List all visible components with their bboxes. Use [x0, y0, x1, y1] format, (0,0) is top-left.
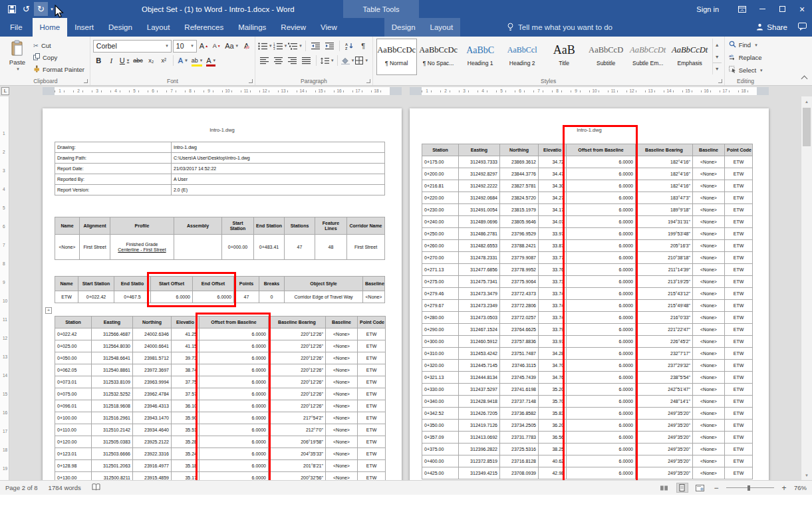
superscript-button[interactable]: x²: [158, 55, 170, 67]
clipboard-dialog-launcher-icon[interactable]: [84, 79, 88, 83]
line-spacing-button[interactable]: ▾: [320, 55, 334, 66]
tab-file[interactable]: File: [0, 18, 33, 37]
shading-button[interactable]: ▾: [341, 55, 354, 66]
minimize-button[interactable]: [752, 0, 772, 18]
vertical-ruler[interactable]: 12345678910111213141516171819: [0, 96, 9, 480]
paste-button[interactable]: Paste ▾: [4, 39, 31, 75]
scroll-down-icon[interactable]: ▼: [801, 470, 812, 480]
tab-home[interactable]: Home: [33, 18, 68, 37]
undo-icon[interactable]: ↺: [19, 2, 33, 16]
share-button[interactable]: Share: [756, 23, 787, 32]
align-left-button[interactable]: [258, 55, 271, 66]
word-count[interactable]: 1784 words: [49, 484, 81, 491]
ribbon-display-options-icon[interactable]: [732, 0, 752, 18]
scroll-up-icon[interactable]: ▲: [801, 96, 812, 106]
tab-insert[interactable]: Insert: [67, 18, 101, 37]
collapse-ribbon-icon[interactable]: [801, 76, 808, 82]
tab-view[interactable]: View: [313, 18, 344, 37]
numbering-button[interactable]: 123 ▾: [273, 40, 287, 52]
styles-more-icon[interactable]: ▼: [713, 63, 722, 74]
underline-button[interactable]: U▾: [118, 55, 130, 67]
read-mode-icon[interactable]: [658, 483, 670, 493]
zoom-slider-thumb[interactable]: [747, 485, 750, 491]
copy-button[interactable]: Copy: [31, 51, 87, 63]
style-subtitle[interactable]: AaBbCcD Subtitle: [586, 39, 626, 75]
multilevel-list-button[interactable]: ▾: [288, 40, 302, 52]
format-painter-button[interactable]: Format Painter: [31, 63, 87, 75]
select-button[interactable]: Select▾: [728, 64, 764, 76]
align-right-button[interactable]: [286, 55, 299, 66]
print-layout-icon[interactable]: [676, 483, 688, 493]
maximize-button[interactable]: [772, 0, 792, 18]
select-label: Select: [739, 66, 756, 74]
save-icon[interactable]: [5, 2, 19, 16]
italic-button[interactable]: I: [106, 55, 117, 67]
style-normal[interactable]: AaBbCcDc ¶ Normal: [376, 39, 417, 75]
vertical-scrollbar[interactable]: ▲ ▼: [801, 96, 812, 480]
redo-icon[interactable]: ↻: [34, 2, 48, 16]
page-indicator[interactable]: Page 2 of 8: [5, 484, 38, 491]
table-move-handle[interactable]: +: [45, 307, 52, 314]
style-heading-1[interactable]: AaBbC Heading 1: [460, 39, 501, 75]
comments-icon[interactable]: [798, 21, 807, 33]
tab-table-design[interactable]: Design: [384, 18, 423, 37]
document-area[interactable]: 12345678910111213141516171819 Intro-1.dw…: [0, 96, 812, 480]
table-cell: 6.0000: [567, 455, 636, 467]
borders-button[interactable]: ▾: [355, 55, 368, 66]
font-color-button[interactable]: A▾: [205, 55, 217, 67]
text-highlight-button[interactable]: ab▾: [190, 55, 204, 67]
close-button[interactable]: ×: [792, 0, 812, 18]
subscript-button[interactable]: x₂: [146, 55, 157, 67]
table-cell: 0+310.00: [422, 348, 459, 360]
styles-dialog-launcher-icon[interactable]: [718, 79, 722, 83]
styles-scroll-down-icon[interactable]: ▼: [713, 51, 722, 63]
shrink-font-button[interactable]: A▼: [211, 40, 222, 53]
style-emphasis[interactable]: AaBbCcDt Emphasis: [670, 39, 710, 75]
zoom-slider[interactable]: [726, 485, 774, 491]
horizontal-ruler[interactable]: L 123456789101112131415161718 1234567891…: [0, 86, 812, 96]
font-name-select[interactable]: Corbel▾: [93, 40, 172, 53]
style-title[interactable]: AaB Title: [544, 39, 585, 75]
cut-button[interactable]: ✂ Cut: [31, 39, 87, 51]
tab-design[interactable]: Design: [101, 18, 140, 37]
decrease-indent-button[interactable]: [309, 40, 322, 52]
tab-references[interactable]: References: [177, 18, 231, 37]
tab-stop-selector[interactable]: L: [1, 87, 9, 95]
table-row: 0+123.01312503.666623922.331635.246.0000…: [55, 448, 386, 460]
tab-mailings[interactable]: Mailings: [231, 18, 273, 37]
web-layout-icon[interactable]: [694, 483, 706, 493]
bullets-button[interactable]: ▾: [258, 40, 272, 52]
zoom-out-button[interactable]: −: [712, 483, 720, 493]
zoom-in-button[interactable]: +: [780, 483, 788, 493]
replace-button[interactable]: ab Replace: [728, 51, 764, 64]
align-center-button[interactable]: [272, 55, 285, 66]
font-dialog-launcher-icon[interactable]: [249, 79, 253, 83]
grow-font-button[interactable]: A▲: [198, 40, 209, 53]
font-size-select[interactable]: 10▾: [173, 40, 197, 53]
change-case-button[interactable]: Aa▾: [223, 40, 239, 53]
page-left[interactable]: Intro-1.dwg Drawing:Intro-1.dwg Drawing …: [43, 108, 402, 480]
justify-button[interactable]: [300, 55, 313, 66]
text-effects-button[interactable]: A▾: [177, 55, 189, 67]
bold-button[interactable]: B: [93, 55, 104, 67]
page-right[interactable]: Intro-1.dwg StationEastingNorthingElevat…: [410, 108, 769, 480]
zoom-level[interactable]: 76%: [794, 484, 807, 491]
scrollbar-thumb[interactable]: [803, 108, 811, 146]
tab-table-layout[interactable]: Layout: [423, 18, 461, 37]
sign-in-link[interactable]: Sign in: [696, 5, 719, 13]
sort-button[interactable]: AZ: [343, 40, 356, 52]
style-no-spacing[interactable]: AaBbCcDc ¶ No Spac...: [418, 39, 459, 75]
strikethrough-button[interactable]: abc: [132, 55, 144, 67]
tab-layout[interactable]: Layout: [140, 18, 178, 37]
styles-scroll-up-icon[interactable]: ▲: [713, 39, 722, 51]
paragraph-dialog-launcher-icon[interactable]: [366, 79, 370, 83]
tab-review[interactable]: Review: [273, 18, 313, 37]
tell-me-box[interactable]: Tell me what you want to do: [507, 18, 612, 37]
proofing-icon[interactable]: [92, 483, 100, 492]
find-button[interactable]: Find▾: [728, 39, 764, 51]
increase-indent-button[interactable]: [323, 40, 336, 52]
style-subtle-emphasis[interactable]: AaBbCcDt Subtle Em...: [628, 39, 668, 75]
clear-formatting-button[interactable]: A: [241, 40, 252, 53]
show-marks-button[interactable]: ¶: [357, 40, 370, 52]
style-heading-2[interactable]: AaBbCcl Heading 2: [502, 39, 543, 75]
